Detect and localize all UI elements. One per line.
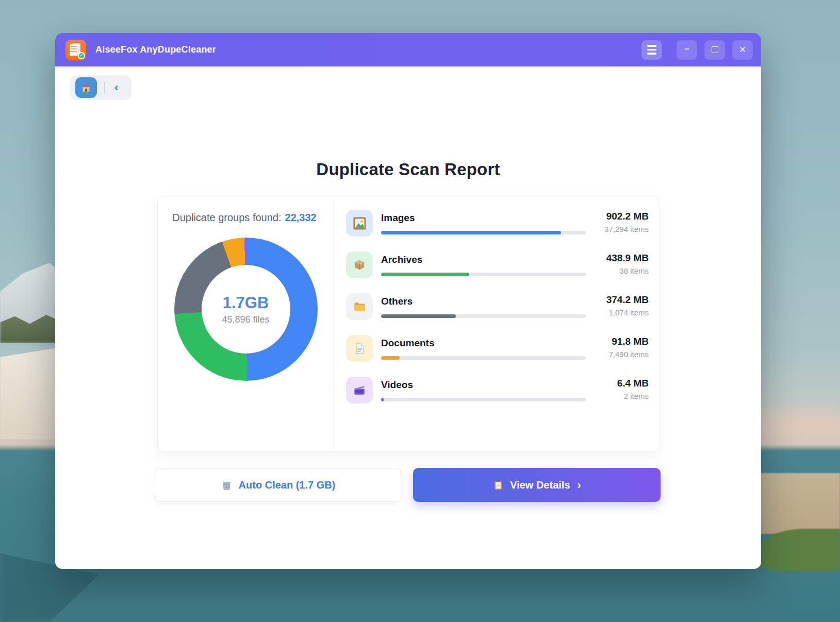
close-button[interactable]: ✕: [732, 40, 753, 60]
category-label: Videos: [381, 379, 586, 391]
groups-found-line: Duplicate groups found: 22,332: [172, 211, 319, 224]
count-caret: [319, 211, 319, 224]
home-button[interactable]: [75, 77, 97, 98]
home-icon: [80, 81, 92, 94]
documents-icon: [346, 335, 373, 362]
total-size: 1.7GB: [223, 294, 269, 312]
view-details-label: View Details: [510, 479, 570, 491]
category-row-others: Others 374.2 MB 1,074 items: [346, 293, 649, 320]
category-row-images: Images 902.2 MB 37,294 items: [346, 210, 649, 237]
app-logo-icon: ✓: [65, 40, 86, 60]
chevron-right-icon: ›: [578, 479, 581, 492]
archives-icon: [346, 251, 373, 278]
app-window: ✓ AiseeFox AnyDupeCleaner – ✕ ‹ Dup: [55, 33, 761, 569]
report-card: Duplicate groups found: 22,332 1.7GB 45,…: [157, 196, 660, 452]
category-label: Documents: [381, 338, 586, 349]
groups-found-label: Duplicate groups found:: [172, 212, 281, 224]
category-size: 91.8 MB: [595, 336, 649, 347]
category-label: Archives: [381, 254, 586, 265]
view-details-button[interactable]: View Details ›: [413, 468, 661, 502]
wallpaper-reeds: [748, 473, 840, 534]
nav-bar: ‹: [70, 75, 131, 100]
page-title: Duplicate Scan Report: [55, 160, 761, 179]
others-folder-icon: [346, 293, 373, 320]
trash-icon: [221, 479, 233, 491]
maximize-icon: [712, 46, 718, 53]
clipboard-icon: [492, 479, 504, 491]
total-files: 45,896 files: [222, 314, 269, 325]
category-row-documents: Documents 91.8 MB 7,490 items: [346, 335, 649, 362]
category-items: 7,490 items: [595, 350, 649, 359]
donut-center: 1.7GB 45,896 files: [174, 238, 318, 381]
category-items: 1,074 items: [595, 308, 649, 317]
minimize-icon: –: [684, 44, 689, 54]
category-size: 438.9 MB: [595, 253, 649, 264]
category-items: 38 items: [595, 266, 649, 275]
documents-progress-bar: [381, 356, 586, 360]
category-label: Images: [381, 212, 586, 224]
titlebar: ✓ AiseeFox AnyDupeCleaner – ✕: [55, 33, 761, 66]
maximize-button[interactable]: [704, 40, 725, 60]
category-label: Others: [381, 296, 586, 307]
minimize-button[interactable]: –: [677, 40, 697, 60]
nav-divider: [104, 81, 105, 94]
category-row-archives: Archives 438.9 MB 38 items: [346, 251, 649, 278]
others-progress-bar: [381, 314, 586, 318]
app-title: AiseeFox AnyDupeCleaner: [95, 44, 216, 55]
wallpaper-grass: [755, 529, 840, 571]
close-icon: ✕: [739, 44, 746, 55]
category-size: 6.4 MB: [595, 378, 649, 389]
category-row-videos: Videos 6.4 MB 2 items: [346, 377, 649, 404]
images-progress-bar: [381, 231, 586, 234]
groups-found-count: 22,332: [285, 212, 317, 224]
back-button[interactable]: ‹: [111, 81, 121, 94]
videos-icon: [346, 377, 373, 404]
category-items: 2 items: [595, 392, 649, 400]
category-items: 37,294 items: [595, 225, 649, 233]
donut-chart: 1.7GB 45,896 files: [174, 238, 318, 381]
summary-panel: Duplicate groups found: 22,332 1.7GB 45,…: [158, 196, 334, 451]
videos-progress-bar: [381, 398, 586, 401]
auto-clean-label: Auto Clean (1.7 GB): [239, 479, 336, 491]
action-buttons: Auto Clean (1.7 GB) View Details ›: [55, 468, 761, 502]
archives-progress-bar: [381, 273, 586, 276]
images-icon: [346, 210, 373, 237]
category-size: 374.2 MB: [595, 294, 649, 306]
category-size: 902.2 MB: [595, 211, 649, 222]
category-list: Images 902.2 MB 37,294 items: [334, 196, 660, 451]
menu-button[interactable]: [641, 40, 662, 60]
auto-clean-button[interactable]: Auto Clean (1.7 GB): [155, 468, 401, 502]
